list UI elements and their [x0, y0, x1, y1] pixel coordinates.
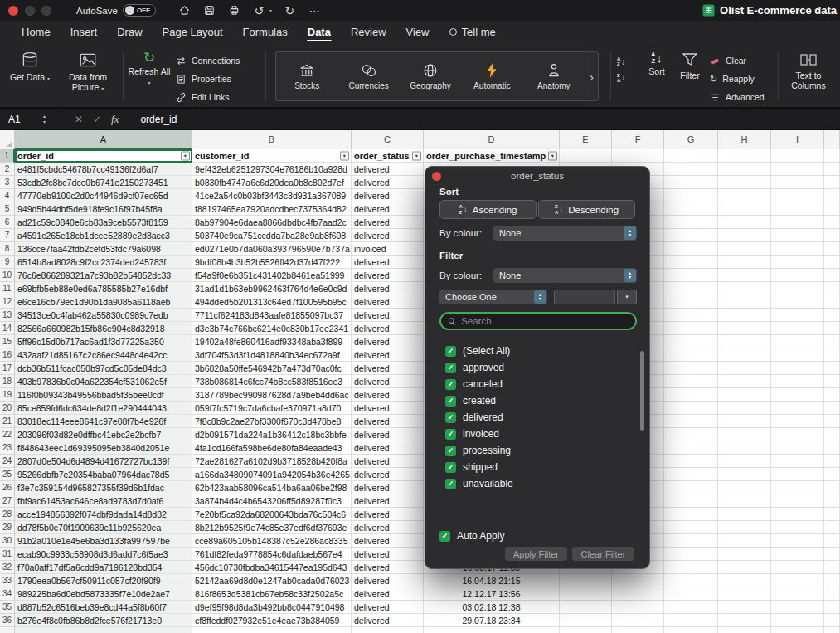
insert-function-icon[interactable]: fx	[111, 113, 119, 126]
cell-B16[interactable]: 3df704f53d3f1d4818840b34ec672a9f	[192, 348, 352, 362]
cell-empty[interactable]	[824, 601, 840, 614]
row-header-20[interactable]: 20	[0, 402, 15, 415]
column-header-A[interactable]: A	[15, 130, 192, 149]
cell-empty[interactable]	[824, 587, 840, 601]
checkbox-checked-icon[interactable]: ✓	[439, 531, 450, 542]
checkbox-checked-icon[interactable]: ✓	[445, 429, 456, 440]
row-header-11[interactable]: 11	[0, 282, 15, 295]
cell-A35[interactable]: d887b52c6516beb39e8cd44a5f8b60f7	[15, 601, 192, 614]
cell-A20[interactable]: 85ce859fd6dc634de8d2f1e290444043	[15, 402, 192, 415]
auto-apply-control[interactable]: ✓ Auto Apply	[439, 530, 504, 542]
cell-C29[interactable]: delivered	[352, 521, 424, 534]
cell-D33[interactable]: 16.04.18 21:15	[424, 574, 560, 587]
cell-empty[interactable]	[718, 614, 771, 627]
cell-A21[interactable]: 83018ec114eee8641c97e08f7b4e926f	[15, 415, 192, 428]
cell-C20[interactable]: delivered	[352, 402, 424, 415]
row-header-30[interactable]: 30	[0, 534, 15, 548]
cell-empty[interactable]	[560, 587, 612, 601]
column-header-G[interactable]: G	[664, 130, 718, 149]
cell-empty[interactable]	[824, 229, 840, 242]
column-header-E[interactable]: E	[560, 130, 612, 149]
cell-C12[interactable]: delivered	[352, 295, 424, 309]
sort-by-colour-select[interactable]: None ▴▾	[493, 226, 637, 241]
cell-A15[interactable]: 5ff96c15d0b717ac6ad1f3d77225a350	[15, 335, 192, 348]
flash-fill-button[interactable]	[834, 51, 840, 69]
cell-C8[interactable]: invoiced	[352, 242, 424, 256]
cell-A36[interactable]: b276e4f8c0fb86b8d2fce576f21713e0	[15, 614, 192, 627]
get-data-button[interactable]: Get Data ▾	[7, 51, 53, 82]
cell-B10[interactable]: f54a9f0e6b351c431402b8461ea51999	[192, 269, 352, 282]
cell-empty[interactable]	[664, 229, 718, 242]
cell-C35[interactable]: delivered	[352, 601, 424, 614]
checkbox-checked-icon[interactable]: ✓	[445, 462, 456, 473]
cell-A2[interactable]: e481f5cbdc54678b7cc49136f2d6af7	[15, 163, 192, 176]
cell-A23[interactable]: f848643eec1d69395095eb3840d2051e	[15, 441, 192, 455]
cell-B3[interactable]: b0830fb4747a6c6d20dea0b8c802d7ef	[192, 176, 352, 189]
cell-C22[interactable]: delivered	[352, 428, 424, 441]
cell-empty[interactable]	[664, 189, 718, 202]
cell-empty[interactable]	[718, 176, 771, 189]
cell-empty[interactable]	[718, 388, 771, 402]
cell-C24[interactable]: delivered	[352, 455, 424, 468]
cell-empty[interactable]	[718, 521, 771, 534]
cell-empty[interactable]	[824, 242, 840, 256]
cell-empty[interactable]	[718, 574, 771, 587]
cell-empty[interactable]	[824, 561, 840, 574]
cell-A11[interactable]: e69bfb5eb88e0ed6a785585b27e16dbf	[15, 282, 192, 295]
autofilter-dropdown-icon[interactable]: ▾	[181, 151, 190, 160]
row-header-36[interactable]: 36	[0, 614, 15, 627]
cell-C14[interactable]: delivered	[352, 322, 424, 335]
cell-B19[interactable]: 3187789bec990987628d7a9beb4dd6ac	[192, 388, 352, 402]
cell-empty[interactable]	[824, 481, 840, 494]
cell-A19[interactable]: 116f0b09343b49556bbad5f35bee0cdf	[15, 388, 192, 402]
cell-empty[interactable]	[824, 269, 840, 282]
cell-empty[interactable]	[560, 149, 612, 163]
checkbox-checked-icon[interactable]: ✓	[445, 346, 456, 357]
cell-empty[interactable]	[824, 388, 840, 402]
tab-tell-me[interactable]: Tell me	[439, 21, 506, 46]
cell-empty[interactable]	[664, 322, 718, 335]
cell-empty[interactable]	[664, 242, 718, 256]
cell-A25[interactable]: 95266dbfb7e20354baba07964dac78d5	[15, 468, 192, 481]
cell-empty[interactable]	[612, 587, 664, 601]
cell-empty[interactable]	[664, 269, 718, 282]
edit-links-button[interactable]: Edit Links	[176, 90, 230, 105]
tab-review[interactable]: Review	[341, 21, 396, 46]
cancel-icon[interactable]: ✕	[70, 114, 88, 125]
row-header-21[interactable]: 21	[0, 415, 15, 428]
cell-empty[interactable]	[718, 375, 771, 388]
cell-B2[interactable]: 9ef432eb6251297304e76186b10a928d	[192, 163, 352, 176]
cell-empty[interactable]	[771, 601, 824, 614]
cell-C13[interactable]: delivered	[352, 309, 424, 322]
cell-empty[interactable]	[664, 455, 718, 468]
filter-ribbon-button[interactable]: Filter	[673, 51, 706, 80]
cell-empty[interactable]	[718, 269, 771, 282]
cell-empty[interactable]	[718, 362, 771, 375]
cell-C23[interactable]: delivered	[352, 441, 424, 455]
tab-insert[interactable]: Insert	[61, 21, 108, 46]
cell-empty[interactable]	[664, 561, 718, 574]
cell-empty[interactable]	[824, 468, 840, 481]
row-header-16[interactable]: 16	[0, 348, 15, 362]
advanced-button[interactable]: Advanced	[710, 90, 765, 105]
cell-empty[interactable]	[824, 455, 840, 468]
cell-empty[interactable]	[771, 455, 824, 468]
row-header-2[interactable]: 2	[0, 163, 15, 176]
checkbox-checked-icon[interactable]: ✓	[445, 479, 456, 489]
cell-empty[interactable]	[664, 614, 718, 627]
cell-B32[interactable]: 456dc10730fbdba34615447ea195d643	[192, 561, 352, 574]
row-header-12[interactable]: 12	[0, 295, 15, 309]
cell-A6[interactable]: ad21c59c0840e6cb83a9ceb5573f8159	[15, 216, 192, 229]
tab-draw[interactable]: Draw	[107, 21, 152, 46]
row-header-27[interactable]: 27	[0, 494, 15, 508]
cell-B14[interactable]: d3e3b74c766bc6214e0c830b17ee2341	[192, 322, 352, 335]
cell-empty[interactable]	[664, 335, 718, 348]
cell-empty[interactable]	[664, 216, 718, 229]
cell-empty[interactable]	[664, 574, 718, 587]
cell-A8[interactable]: 136cce7faa42fdb2cefd53fdc79a6098	[15, 242, 192, 256]
data-type-anatomy[interactable]: Anatomy	[523, 62, 585, 90]
cell-B30[interactable]: cce89a605105b148387c52e286ac8335	[192, 534, 352, 548]
gallery-more-chevron[interactable]: ›	[585, 52, 598, 100]
row-header-19[interactable]: 19	[0, 388, 15, 402]
row-header-33[interactable]: 33	[0, 574, 15, 587]
